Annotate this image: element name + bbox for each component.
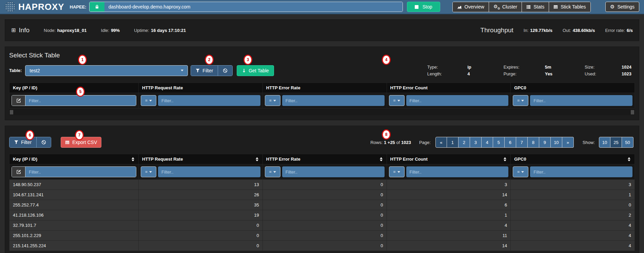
nav-stick-tables-button[interactable]: Stick Tables bbox=[549, 2, 590, 12]
column-header-http-error-rate[interactable]: HTTP Error Rate bbox=[262, 154, 387, 164]
request-rate-filter-input-main[interactable] bbox=[158, 166, 260, 177]
page-next-button[interactable]: » bbox=[562, 137, 574, 148]
cell-gpc0: 4 bbox=[511, 241, 635, 251]
show-25-button[interactable]: 25 bbox=[610, 137, 622, 148]
sort-icon[interactable] bbox=[504, 157, 507, 161]
get-table-label: Get Table bbox=[249, 68, 269, 73]
edit-filter-button-top[interactable] bbox=[12, 95, 25, 106]
settings-button[interactable]: ⚙ Settings bbox=[605, 2, 639, 12]
info-toggle[interactable]: ⊞ Info bbox=[11, 26, 30, 34]
haproxy-logo-icon bbox=[5, 1, 16, 12]
comparator-select-main-3[interactable]: = bbox=[389, 166, 405, 177]
table-select[interactable]: test2 bbox=[25, 65, 188, 76]
annotation-badge-3: 3 bbox=[243, 55, 252, 65]
rows-count: Rows: 1 +25 of 1023 bbox=[370, 140, 411, 145]
sort-icon[interactable] bbox=[132, 157, 135, 161]
dashboard-url-input[interactable] bbox=[104, 2, 403, 12]
download-arrow-icon: ↓ bbox=[242, 68, 246, 73]
cell-request-rate: 0 bbox=[139, 220, 263, 231]
cell-key: 148.90.50.237 bbox=[9, 180, 139, 190]
sort-icon[interactable] bbox=[256, 157, 259, 161]
comparator-select-main-2[interactable]: = bbox=[265, 166, 280, 177]
error-count-filter-input-top[interactable] bbox=[406, 95, 509, 106]
page-9-button[interactable]: 9 bbox=[539, 137, 551, 148]
column-header-gpc0: GPC0 bbox=[511, 83, 635, 93]
cell-gpc0: 3 bbox=[511, 180, 635, 190]
annotation-badge-8: 8 bbox=[382, 129, 391, 140]
page-4-button[interactable]: 4 bbox=[482, 137, 493, 148]
comparator-select-main-4[interactable]: = bbox=[513, 166, 528, 177]
error-count-filter-input-main[interactable] bbox=[406, 166, 509, 177]
comparator-select-top-4[interactable]: = bbox=[513, 95, 528, 106]
column-header-gpc0[interactable]: GPC0 bbox=[511, 154, 635, 164]
show-10-button[interactable]: 10 bbox=[599, 137, 610, 148]
page-3-button[interactable]: 3 bbox=[470, 137, 482, 148]
lock-button[interactable] bbox=[90, 2, 104, 12]
sort-icon[interactable] bbox=[380, 157, 383, 161]
request-rate-filter-input-top[interactable] bbox=[158, 95, 260, 106]
cell-error-rate: 0 bbox=[262, 241, 387, 251]
stop-icon bbox=[415, 5, 418, 9]
filter-button-group: Filter bbox=[191, 65, 233, 76]
chevron-down-icon bbox=[397, 171, 400, 173]
info-bar: ⊞ Info Node:haproxy18_01 Idle:99% Uptime… bbox=[5, 19, 639, 41]
nav-stats-button[interactable]: Stats bbox=[522, 2, 549, 12]
page-5-button[interactable]: 5 bbox=[493, 137, 505, 148]
annotation-badge-5: 5 bbox=[76, 87, 85, 97]
error-rate-filter-input-main[interactable] bbox=[282, 166, 385, 177]
pagination: « 1 2 3 4 5 6 7 8 9 10 » bbox=[435, 137, 574, 148]
page-10-button[interactable]: 10 bbox=[551, 137, 562, 148]
brand-title: HAPROXY bbox=[18, 2, 64, 12]
show-50-button[interactable]: 50 bbox=[622, 137, 633, 148]
cell-key: 255.101.2.229 bbox=[9, 231, 139, 241]
cell-error-rate: 0 bbox=[262, 231, 387, 241]
topbar-nav: Overview ⚙ ⚙ Cluster Stats Stick Tables bbox=[452, 2, 591, 12]
edit-filter-button-main[interactable] bbox=[12, 167, 25, 177]
filter-label: Filter bbox=[202, 68, 213, 73]
filter-label: Filter bbox=[21, 140, 32, 145]
get-table-button[interactable]: ↓ Get Table bbox=[237, 65, 274, 76]
page-7-button[interactable]: 7 bbox=[516, 137, 528, 148]
scrollbar-handle-left[interactable] bbox=[10, 110, 13, 114]
horizontal-scrollbar[interactable] bbox=[9, 109, 635, 115]
table-row: 41.218.126.106 19 0 1 2 bbox=[9, 210, 635, 220]
edit-icon bbox=[16, 169, 21, 174]
page-6-button[interactable]: 6 bbox=[505, 137, 516, 148]
scrollbar-handle-right[interactable] bbox=[631, 110, 634, 114]
column-header-key[interactable]: Key (IP / ID) bbox=[9, 154, 139, 164]
page-first-button[interactable]: « bbox=[435, 137, 447, 148]
cell-key: 255.252.77.4 bbox=[9, 200, 139, 210]
column-header-http-error-count: HTTP Error Count bbox=[387, 83, 511, 93]
sort-icon[interactable] bbox=[628, 157, 631, 161]
comparator-select-main-1[interactable]: = bbox=[141, 166, 156, 177]
cell-error-rate: 0 bbox=[262, 190, 387, 200]
annotation-badge-4: 4 bbox=[382, 55, 391, 65]
comparator-select-top-1[interactable]: = bbox=[141, 95, 156, 106]
nav-overview-button[interactable]: Overview bbox=[453, 2, 489, 12]
gpc0-filter-input-main[interactable] bbox=[530, 166, 632, 177]
nav-cluster-button[interactable]: ⚙ ⚙ Cluster bbox=[489, 2, 522, 12]
column-header-http-error-count[interactable]: HTTP Error Count bbox=[387, 154, 511, 164]
key-filter-input-top[interactable] bbox=[25, 95, 136, 106]
clear-filter-button-main[interactable] bbox=[36, 137, 51, 147]
chevron-down-icon bbox=[521, 171, 524, 173]
comparator-select-top-3[interactable]: = bbox=[389, 95, 405, 106]
key-filter-input-main[interactable] bbox=[25, 167, 136, 177]
cell-error-count: 3 bbox=[387, 180, 511, 190]
chevron-down-icon bbox=[181, 70, 183, 71]
annotation-badge-2: 2 bbox=[205, 55, 214, 65]
page-1-button[interactable]: 1 bbox=[447, 137, 458, 148]
column-header-http-request-rate[interactable]: HTTP Request Rate bbox=[139, 154, 263, 164]
error-rate-filter-input-top[interactable] bbox=[282, 95, 385, 106]
page-2-button[interactable]: 2 bbox=[458, 137, 470, 148]
filter-button-top[interactable]: Filter bbox=[191, 66, 218, 76]
results-toolbar: Filter Export CSV Rows: 1 +25 of 1023 Pa… bbox=[9, 137, 635, 148]
gpc0-filter-input-top[interactable] bbox=[530, 95, 632, 106]
stop-button[interactable]: Stop bbox=[407, 2, 440, 12]
clear-filter-button-top[interactable] bbox=[218, 66, 232, 76]
page-8-button[interactable]: 8 bbox=[528, 137, 539, 148]
comparator-select-top-2[interactable]: = bbox=[265, 95, 280, 106]
table-row: 148.90.50.237 13 0 3 3 bbox=[9, 180, 635, 190]
nav-cluster-label: Cluster bbox=[502, 4, 517, 10]
cell-error-rate: 0 bbox=[262, 180, 387, 190]
